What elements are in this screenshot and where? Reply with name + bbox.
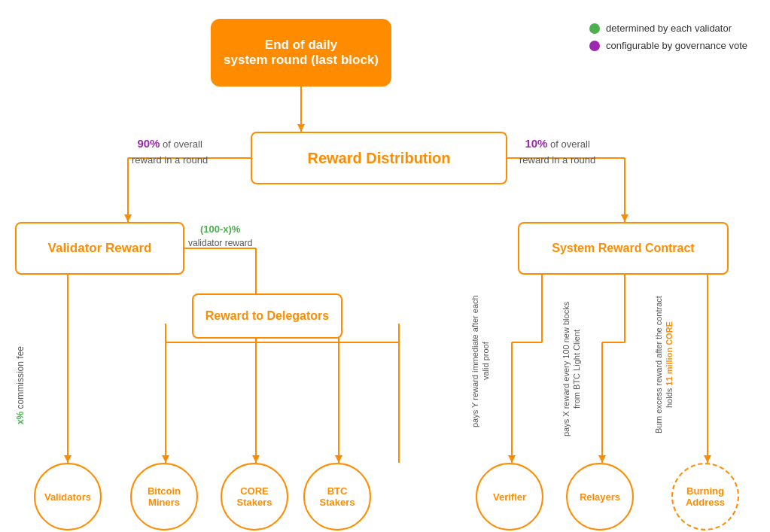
svg-marker-32 (297, 124, 305, 132)
svg-marker-33 (124, 214, 132, 222)
pct-10-label: 10% of overallreward in a round (519, 135, 595, 167)
reward-delegators-label: Reward to Delegators (205, 309, 329, 323)
pays-x-text: pays X reward every 100 new blocks from … (562, 301, 581, 436)
validator-pct-text: validator reward (188, 238, 252, 248)
commission-text: commission fee (15, 346, 26, 409)
validator-pct-value: (100-x)% (200, 223, 240, 235)
relayers-circle: Relayers (566, 463, 634, 530)
pays-x-label: pays X reward every 100 new blocks from … (561, 293, 602, 444)
top-box-label: End of dailysystem round (last block) (224, 38, 379, 68)
core-stakers-label: COREStakers (237, 485, 272, 508)
svg-marker-34 (621, 214, 628, 222)
validator-reward-box: Validator Reward (15, 222, 184, 275)
bitcoin-miners-circle: BitcoinMiners (130, 463, 198, 530)
commission-label: x% commission fee (15, 346, 26, 424)
legend-dot-purple (589, 41, 600, 51)
system-reward-label: System Reward Contract (552, 242, 694, 255)
pct-90-value: 90% (137, 137, 160, 150)
bitcoin-miners-label: BitcoinMiners (148, 485, 181, 508)
legend-item-green: determined by each validator (589, 23, 747, 34)
diagram-container: determined by each validator configurabl… (0, 0, 770, 532)
validators-label: Validators (44, 491, 91, 503)
svg-marker-30 (598, 455, 606, 463)
burn-label: Burn excess reward after the contract ho… (653, 286, 702, 444)
burning-address-label: BurningAddress (686, 485, 725, 508)
pays-y-label: pays Y reward immediate after each valid… (470, 293, 511, 429)
legend-item-purple: configurable by governance vote (589, 40, 747, 51)
reward-distribution-box: Reward Distribution (251, 132, 507, 184)
legend-dot-green (589, 23, 600, 34)
svg-marker-26 (162, 455, 169, 463)
top-box: End of dailysystem round (last block) (211, 19, 391, 87)
eleven-million-label: 11 million CORE (665, 322, 674, 387)
btc-stakers-circle: BTCStakers (303, 463, 371, 530)
reward-delegators-box: Reward to Delegators (192, 293, 342, 339)
validators-circle: Validators (34, 463, 102, 530)
reward-dist-label: Reward Distribution (307, 150, 450, 167)
legend-text-purple: configurable by governance vote (606, 40, 747, 51)
system-reward-box: System Reward Contract (518, 222, 729, 275)
burning-address-circle: BurningAddress (671, 463, 739, 530)
svg-marker-28 (335, 455, 342, 463)
commission-value: x% (15, 412, 26, 424)
validator-reward-label: Validator Reward (48, 241, 152, 256)
pays-y-text: pays Y reward immediate after each valid… (470, 295, 490, 427)
relayers-label: Relayers (580, 491, 620, 503)
svg-marker-27 (252, 455, 260, 463)
verifier-circle: Verifier (476, 463, 543, 530)
legend-text-green: determined by each validator (606, 23, 732, 34)
pct-90-label: 90% of overallreward in a round (132, 135, 208, 167)
pct-10-value: 10% (525, 137, 547, 150)
svg-marker-31 (704, 455, 711, 463)
svg-marker-29 (508, 455, 516, 463)
svg-marker-25 (64, 455, 72, 463)
verifier-label: Verifier (493, 491, 526, 503)
legend: determined by each validator configurabl… (589, 23, 747, 51)
btc-stakers-label: BTCStakers (320, 485, 355, 508)
validator-reward-pct-label: (100-x)% validator reward (188, 222, 252, 249)
core-stakers-circle: COREStakers (221, 463, 288, 530)
